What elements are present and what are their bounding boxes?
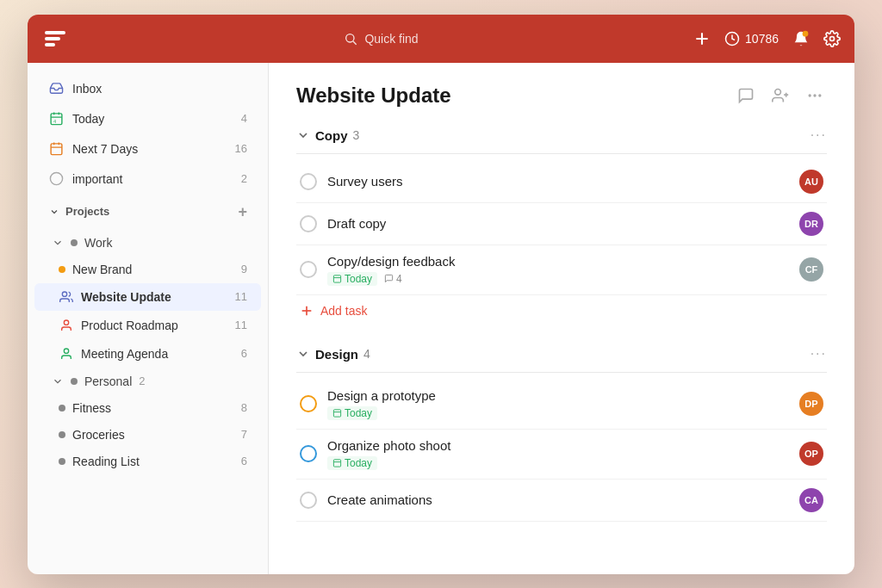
more-icon — [806, 87, 823, 104]
app-window: Quick find 10786 — [28, 15, 854, 574]
personal-chevron-icon — [52, 375, 64, 387]
website-update-label: Website Update — [81, 290, 228, 304]
sidebar-item-product-roadmap[interactable]: Product Roadmap 11 — [34, 312, 261, 339]
design-chevron-icon[interactable] — [296, 347, 310, 361]
task-create-animations[interactable]: Create animations CA — [296, 480, 827, 522]
quick-find-button[interactable]: Quick find — [344, 32, 418, 46]
notifications-button[interactable] — [792, 30, 810, 47]
date-icon-ph — [332, 458, 342, 467]
personal-badge: 2 — [139, 374, 145, 387]
reading-list-badge: 6 — [241, 455, 247, 467]
sidebar-item-important[interactable]: important 2 — [34, 164, 261, 194]
task-date-photo: Today — [327, 456, 377, 470]
task-name-feedback: Copy/design feedback — [327, 254, 455, 269]
sidebar-item-website-update[interactable]: Website Update 11 — [34, 283, 261, 311]
sidebar: Inbox 4 Today 4 — [28, 63, 269, 574]
meeting-agenda-badge: 6 — [241, 347, 247, 360]
sidebar-item-fitness[interactable]: Fitness 8 — [34, 395, 261, 421]
sidebar-item-next7[interactable]: Next 7 Days 16 — [34, 134, 261, 164]
design-section-more-button[interactable]: ··· — [811, 347, 827, 361]
content-header: Website Update — [296, 84, 827, 108]
task-comments-feedback: 4 — [384, 273, 402, 285]
task-copy-design-feedback[interactable]: Copy/design feedback Today — [296, 245, 827, 295]
next7-label: Next 7 Days — [72, 142, 227, 156]
task-content-prototype: Design a prototype Today — [327, 388, 789, 420]
copy-section: Copy 3 ··· Survey users AU — [296, 128, 827, 326]
search-label: Quick find — [364, 32, 418, 46]
projects-section-header[interactable]: Projects + — [34, 197, 261, 226]
reading-list-dot — [59, 458, 65, 465]
sidebar-item-reading-list[interactable]: Reading List 6 — [34, 449, 261, 474]
important-label: important — [72, 172, 233, 186]
groceries-badge: 7 — [241, 428, 247, 441]
copy-chevron-icon[interactable] — [296, 128, 310, 142]
header: Quick find 10786 — [28, 15, 854, 63]
today-badge: 4 — [241, 112, 247, 125]
fitness-dot — [59, 405, 65, 412]
logo[interactable] — [41, 25, 69, 53]
sidebar-item-inbox[interactable]: Inbox — [34, 74, 261, 103]
task-circle-feedback[interactable] — [300, 261, 317, 278]
add-project-button[interactable]: + — [238, 204, 247, 220]
timer-display[interactable]: 10786 — [724, 31, 779, 46]
task-draft-copy[interactable]: Draft copy DR — [296, 203, 827, 245]
avatar-anim: CA — [799, 488, 823, 512]
next7-badge: 16 — [235, 142, 247, 155]
date-icon — [332, 274, 342, 283]
product-roadmap-icon — [59, 318, 74, 333]
personal-label: Personal — [84, 374, 132, 388]
bell-icon — [792, 30, 810, 47]
sidebar-item-new-brand[interactable]: New Brand 9 — [34, 257, 261, 282]
task-circle-photo[interactable] — [300, 445, 317, 462]
more-options-button[interactable] — [803, 84, 827, 108]
copy-divider — [296, 153, 827, 154]
website-update-icon — [59, 289, 74, 305]
next7-icon — [48, 141, 64, 157]
task-photo-shoot[interactable]: Organize photo shoot Today OP — [296, 430, 827, 480]
task-content-survey: Survey users — [327, 174, 789, 189]
task-circle-prototype[interactable] — [300, 395, 317, 412]
task-meta-prototype: Today — [327, 406, 789, 420]
task-circle-survey[interactable] — [300, 173, 317, 190]
sidebar-item-meeting-agenda[interactable]: Meeting Agenda 6 — [34, 340, 261, 368]
task-circle-draft[interactable] — [300, 215, 317, 232]
header-actions: 10786 — [693, 30, 841, 47]
projects-chevron-icon — [48, 206, 60, 218]
work-label: Work — [84, 236, 112, 250]
add-person-icon — [772, 87, 789, 104]
inbox-label: Inbox — [72, 82, 247, 96]
task-name-prototype: Design a prototype — [327, 388, 436, 403]
fitness-label: Fitness — [72, 401, 234, 415]
avatar-feedback: CF — [799, 257, 823, 282]
svg-point-24 — [813, 94, 816, 96]
task-circle-anim[interactable] — [300, 492, 317, 509]
copy-section-more-button[interactable]: ··· — [811, 128, 827, 142]
settings-button[interactable] — [823, 30, 841, 47]
website-update-badge: 11 — [235, 290, 247, 303]
sidebar-item-groceries[interactable]: Groceries 7 — [34, 422, 261, 448]
page-title: Website Update — [296, 84, 734, 108]
projects-label: Projects — [65, 205, 109, 218]
task-design-prototype[interactable]: Design a prototype Today DP — [296, 380, 827, 430]
new-brand-dot — [59, 266, 65, 273]
sidebar-group-work[interactable]: Work — [34, 230, 261, 256]
sidebar-group-personal[interactable]: Personal 2 — [34, 368, 261, 394]
meeting-agenda-label: Meeting Agenda — [81, 347, 234, 361]
new-brand-badge: 9 — [241, 263, 247, 275]
product-roadmap-badge: 11 — [235, 319, 247, 331]
date-icon-p — [332, 408, 342, 418]
task-survey-users[interactable]: Survey users AU — [296, 161, 827, 203]
add-button[interactable] — [693, 30, 711, 47]
groceries-label: Groceries — [72, 428, 234, 442]
comment-button[interactable] — [734, 84, 758, 108]
product-roadmap-label: Product Roadmap — [81, 319, 228, 332]
svg-rect-12 — [51, 144, 62, 155]
svg-point-16 — [50, 172, 62, 184]
add-task-copy-button[interactable]: Add task — [296, 295, 827, 326]
svg-point-6 — [830, 36, 835, 40]
add-member-button[interactable] — [768, 84, 792, 108]
design-section-name: Design — [315, 347, 358, 362]
task-content-anim: Create animations — [327, 492, 789, 508]
task-content-feedback: Copy/design feedback Today — [327, 254, 789, 286]
sidebar-item-today[interactable]: 4 Today 4 — [34, 104, 261, 133]
